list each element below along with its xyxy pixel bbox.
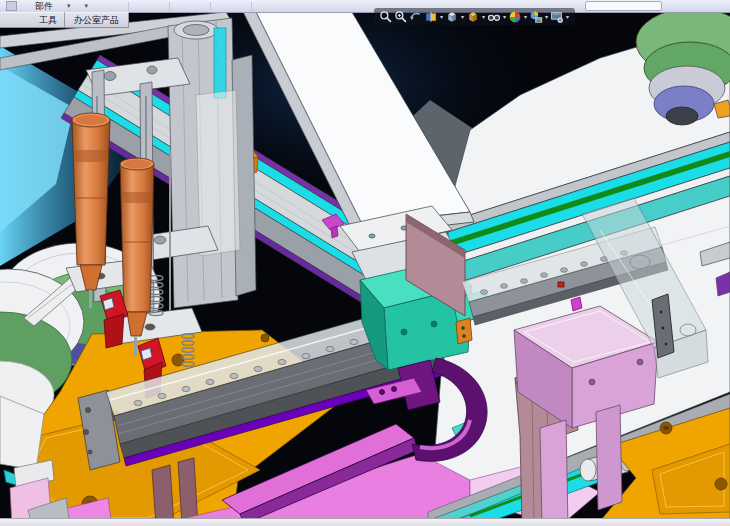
toolbar-separator bbox=[128, 2, 129, 11]
component-toolbar-label: 部件 bbox=[35, 1, 53, 12]
display-style-icon[interactable] bbox=[466, 10, 480, 24]
hide-show-items-icon[interactable] bbox=[487, 10, 501, 24]
assembly-icon[interactable] bbox=[6, 1, 17, 11]
apply-scene-icon[interactable] bbox=[529, 10, 543, 24]
component-dropdown-caret-2[interactable]: ▾ bbox=[85, 1, 89, 11]
previous-view-icon[interactable] bbox=[409, 10, 423, 24]
display-style-caret[interactable]: ▾ bbox=[482, 10, 485, 24]
section-view-icon[interactable] bbox=[424, 10, 438, 24]
view-settings-caret[interactable]: ▾ bbox=[566, 10, 569, 24]
view-orientation-icon[interactable] bbox=[445, 10, 459, 24]
component-dropdown-caret[interactable]: ▾ bbox=[67, 1, 71, 11]
view-orientation-caret[interactable]: ▾ bbox=[461, 10, 464, 24]
toolbar-input-field[interactable] bbox=[585, 1, 662, 11]
heads-up-view-toolbar: ▾ ▾ ▾ ▾ ▾ ▾ ▾ bbox=[374, 8, 575, 25]
edit-appearance-caret[interactable]: ▾ bbox=[524, 10, 527, 24]
hide-show-caret[interactable]: ▾ bbox=[503, 10, 506, 24]
toolbar-separator bbox=[169, 2, 170, 11]
apply-scene-caret[interactable]: ▾ bbox=[545, 10, 548, 24]
toolbar-separator bbox=[251, 2, 252, 11]
zoom-to-area-icon[interactable] bbox=[394, 10, 408, 24]
view-settings-icon[interactable] bbox=[550, 10, 564, 24]
edit-appearance-icon[interactable] bbox=[508, 10, 522, 24]
graphics-viewport[interactable] bbox=[0, 12, 730, 518]
status-bar bbox=[0, 518, 730, 526]
commandmanager-tab-bar: 工具 办公室产品 bbox=[0, 12, 129, 28]
tab-tools[interactable]: 工具 bbox=[0, 12, 65, 27]
toolbar-separator bbox=[210, 2, 211, 11]
section-view-caret[interactable]: ▾ bbox=[440, 10, 443, 24]
tab-office-products[interactable]: 办公室产品 bbox=[65, 12, 129, 27]
zoom-to-fit-icon[interactable] bbox=[379, 10, 393, 24]
